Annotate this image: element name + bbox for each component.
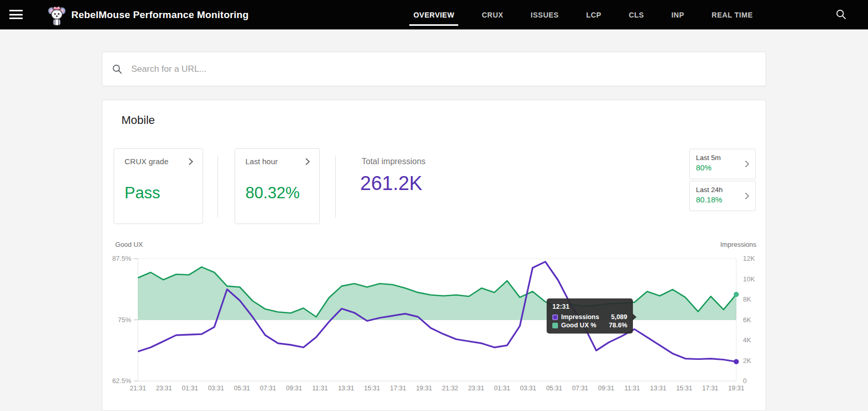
left-axis-tick: 62.5% [112,377,131,385]
tooltip-series-name: Impressions [561,313,599,321]
url-search-card [102,52,766,86]
x-axis-tick: 17:31 [390,385,406,392]
ux-impressions-chart[interactable]: Good UXImpressions87.5%75%62.5%12K10K8K6… [102,100,767,411]
right-axis-tick: 12K [743,255,755,262]
x-axis-tick: 03:31 [520,385,536,392]
impressions-swatch-icon [552,314,558,320]
tooltip-row-impressions: Impressions 5,089 [552,313,627,321]
x-axis-tick: 23:31 [468,385,484,392]
right-axis-tick: 2K [743,357,751,365]
good-ux-area [138,267,736,320]
nav-tabs: OVERVIEWCRUXISSUESLCPCLSINPREAL TIME [413,0,753,29]
x-axis-tick: 23:31 [156,385,172,392]
right-axis-tick: 0 [743,377,747,385]
tab-crux[interactable]: CRUX [482,0,503,29]
tab-cls[interactable]: CLS [629,0,644,29]
tab-issues[interactable]: ISSUES [531,0,559,29]
x-axis-tick: 01:31 [182,385,198,392]
x-axis-tick: 21:32 [442,385,458,392]
right-axis-tick: 6K [743,316,751,324]
tooltip-series-value: 78.6% [609,322,627,329]
x-axis-tick: 17:31 [702,385,718,392]
left-axis-title: Good UX [115,241,143,248]
x-axis-tick: 19:31 [728,385,744,392]
good-ux-end-dot [734,292,739,297]
rebelmouse-logo [48,4,66,26]
search-icon [112,64,123,75]
right-axis-tick: 10K [743,275,755,283]
x-axis-tick: 05:31 [546,385,562,392]
tab-lcp[interactable]: LCP [586,0,601,29]
right-axis-tick: 8K [743,295,751,303]
right-axis-title: Impressions [720,241,757,248]
tooltip-time: 12:31 [552,303,627,310]
menu-icon[interactable] [9,9,23,20]
tooltip-series-value: 5,089 [611,313,627,321]
x-axis-tick: 13:31 [650,385,666,392]
x-axis-tick: 01:31 [494,385,510,392]
x-axis-tick: 05:31 [234,385,250,392]
x-axis-tick: 21:31 [130,385,146,392]
navbar-search-icon[interactable] [835,8,847,21]
tab-real-time[interactable]: REAL TIME [711,0,753,29]
app-title: RebelMouse Performance Monitoring [71,0,249,29]
url-search-input[interactable] [130,64,756,75]
tab-inp[interactable]: INP [671,0,684,29]
good-ux-swatch-icon [552,323,558,328]
x-axis-tick: 15:31 [676,385,692,392]
navbar: RebelMouse Performance Monitoring OVERVI… [0,0,868,29]
x-axis-tick: 09:31 [598,385,614,392]
left-axis-tick: 87.5% [112,255,131,262]
impressions-end-dot [734,359,739,364]
left-axis-tick: 75% [118,316,131,324]
tab-overview[interactable]: OVERVIEW [413,0,454,29]
x-axis-tick: 19:31 [416,385,432,392]
x-axis-tick: 11:31 [312,385,328,392]
x-axis-tick: 15:31 [364,385,380,392]
x-axis-tick: 09:31 [286,385,302,392]
x-axis-tick: 13:31 [338,385,354,392]
x-axis-tick: 03:31 [208,385,224,392]
tooltip-series-name: Good UX % [561,322,596,329]
tooltip-row-goodux: Good UX % 78.6% [552,322,627,329]
x-axis-tick: 07:31 [260,385,276,392]
chart-tooltip: 12:31 Impressions 5,089 Good UX % 78.6% [547,298,633,334]
x-axis-tick: 07:31 [572,385,588,392]
right-axis-tick: 4K [743,336,751,344]
x-axis-tick: 11:31 [624,385,640,392]
mobile-overview-card: Mobile CRUX grade Pass Last hour 80.32% … [102,100,766,411]
